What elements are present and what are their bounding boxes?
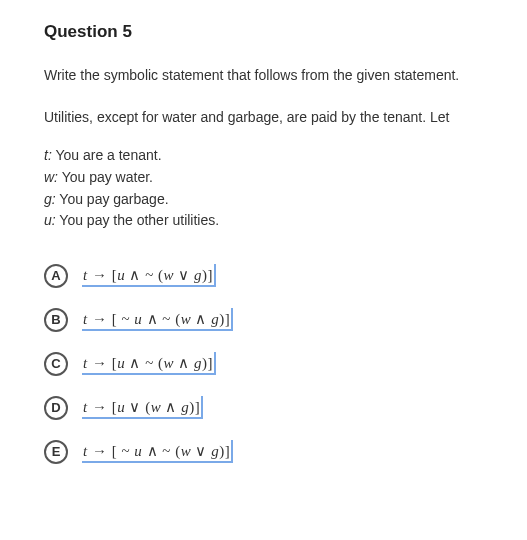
variable-definitions: t: You are a tenant. w: You pay water. g… [44, 145, 483, 232]
option-C[interactable]: C t → [u ∧ ~ (w ∧ g)] [44, 352, 483, 376]
def-u-text: You pay the other utilities. [56, 212, 219, 228]
option-D[interactable]: D t → [u ∨ (w ∧ g)] [44, 396, 483, 420]
def-t: t: You are a tenant. [44, 145, 483, 167]
def-u: u: You pay the other utilities. [44, 210, 483, 232]
option-D-formula: t → [u ∨ (w ∧ g)] [82, 396, 203, 419]
def-t-text: You are a tenant. [52, 147, 162, 163]
option-E-formula: t → [ ~ u ∧ ~ (w ∨ g)] [82, 440, 233, 463]
def-w: w: You pay water. [44, 167, 483, 189]
option-A[interactable]: A t → [u ∧ ~ (w ∨ g)] [44, 264, 483, 288]
def-u-var: u: [44, 212, 56, 228]
option-E-letter: E [44, 440, 68, 464]
option-E[interactable]: E t → [ ~ u ∧ ~ (w ∨ g)] [44, 440, 483, 464]
def-g-text: You pay garbage. [56, 191, 169, 207]
option-B[interactable]: B t → [ ~ u ∧ ~ (w ∧ g)] [44, 308, 483, 332]
def-t-var: t: [44, 147, 52, 163]
option-A-letter: A [44, 264, 68, 288]
def-g-var: g: [44, 191, 56, 207]
option-B-letter: B [44, 308, 68, 332]
question-context: Utilities, except for water and garbage,… [44, 108, 483, 128]
def-w-text: You pay water. [58, 169, 153, 185]
def-w-var: w: [44, 169, 58, 185]
options-list: A t → [u ∧ ~ (w ∨ g)] B t → [ ~ u ∧ ~ (w… [44, 264, 483, 464]
option-C-formula: t → [u ∧ ~ (w ∧ g)] [82, 352, 216, 375]
option-C-letter: C [44, 352, 68, 376]
question-title: Question 5 [44, 22, 483, 42]
def-g: g: You pay garbage. [44, 189, 483, 211]
option-A-formula: t → [u ∧ ~ (w ∨ g)] [82, 264, 216, 287]
question-prompt: Write the symbolic statement that follow… [44, 66, 483, 86]
question-container: Question 5 Write the symbolic statement … [0, 0, 527, 494]
option-B-formula: t → [ ~ u ∧ ~ (w ∧ g)] [82, 308, 233, 331]
option-D-letter: D [44, 396, 68, 420]
